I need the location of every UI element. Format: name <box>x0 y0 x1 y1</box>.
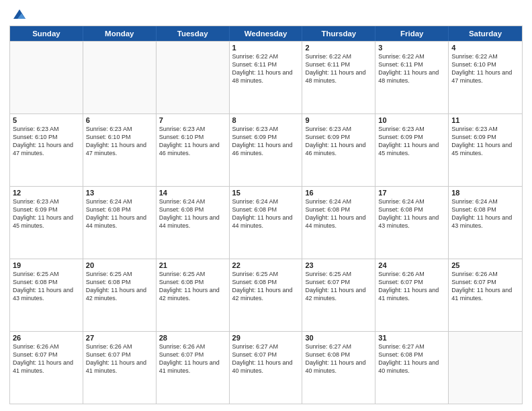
cell-info: Sunrise: 6:25 AM Sunset: 6:08 PM Dayligh… <box>86 270 153 303</box>
calendar-cell: 13Sunrise: 6:24 AM Sunset: 6:08 PM Dayli… <box>83 187 157 259</box>
day-number: 15 <box>232 189 300 197</box>
cell-info: Sunrise: 6:23 AM Sunset: 6:09 PM Dayligh… <box>13 197 80 230</box>
calendar-cell: 30Sunrise: 6:27 AM Sunset: 6:08 PM Dayli… <box>302 332 375 404</box>
cell-info: Sunrise: 6:24 AM Sunset: 6:08 PM Dayligh… <box>305 197 372 230</box>
calendar-cell: 3Sunrise: 6:22 AM Sunset: 6:11 PM Daylig… <box>375 42 449 113</box>
calendar-cell: 26Sunrise: 6:26 AM Sunset: 6:07 PM Dayli… <box>10 332 83 404</box>
day-number: 20 <box>86 261 153 269</box>
day-number: 30 <box>305 334 372 342</box>
logo <box>9 7 27 21</box>
day-number: 28 <box>159 334 226 342</box>
day-number: 5 <box>13 116 80 124</box>
day-number: 8 <box>232 116 300 124</box>
day-number: 9 <box>305 116 372 124</box>
calendar-cell: 1Sunrise: 6:22 AM Sunset: 6:11 PM Daylig… <box>230 42 303 113</box>
day-number: 18 <box>451 189 519 197</box>
logo-icon <box>12 7 27 21</box>
calendar-cell: 27Sunrise: 6:26 AM Sunset: 6:07 PM Dayli… <box>83 332 157 404</box>
cell-info: Sunrise: 6:25 AM Sunset: 6:08 PM Dayligh… <box>159 270 226 303</box>
calendar-week: 5Sunrise: 6:23 AM Sunset: 6:10 PM Daylig… <box>10 113 522 186</box>
day-number: 12 <box>13 189 80 197</box>
calendar-cell: 2Sunrise: 6:22 AM Sunset: 6:11 PM Daylig… <box>302 42 375 113</box>
cell-info: Sunrise: 6:23 AM Sunset: 6:10 PM Dayligh… <box>86 125 153 158</box>
calendar-cell: 19Sunrise: 6:25 AM Sunset: 6:08 PM Dayli… <box>10 259 83 331</box>
calendar: SundayMondayTuesdayWednesdayThursdayFrid… <box>9 26 523 404</box>
cell-info: Sunrise: 6:25 AM Sunset: 6:07 PM Dayligh… <box>305 270 372 303</box>
calendar-header-cell: Sunday <box>10 26 83 41</box>
calendar-cell: 31Sunrise: 6:27 AM Sunset: 6:08 PM Dayli… <box>375 332 449 404</box>
calendar-cell: 29Sunrise: 6:27 AM Sunset: 6:07 PM Dayli… <box>230 332 303 404</box>
cell-info: Sunrise: 6:23 AM Sunset: 6:10 PM Dayligh… <box>13 125 80 158</box>
calendar-cell: 18Sunrise: 6:24 AM Sunset: 6:08 PM Dayli… <box>449 187 522 259</box>
calendar-cell: 10Sunrise: 6:23 AM Sunset: 6:09 PM Dayli… <box>375 114 449 186</box>
calendar-week: 26Sunrise: 6:26 AM Sunset: 6:07 PM Dayli… <box>10 331 522 404</box>
cell-info: Sunrise: 6:25 AM Sunset: 6:08 PM Dayligh… <box>232 270 300 303</box>
day-number: 13 <box>86 189 153 197</box>
day-number: 17 <box>378 189 445 197</box>
day-number: 29 <box>232 334 300 342</box>
cell-info: Sunrise: 6:24 AM Sunset: 6:08 PM Dayligh… <box>159 197 226 230</box>
cell-info: Sunrise: 6:26 AM Sunset: 6:07 PM Dayligh… <box>159 342 226 375</box>
calendar-header-cell: Friday <box>375 26 449 41</box>
calendar-cell: 23Sunrise: 6:25 AM Sunset: 6:07 PM Dayli… <box>302 259 375 331</box>
calendar-cell: 21Sunrise: 6:25 AM Sunset: 6:08 PM Dayli… <box>157 259 230 331</box>
day-number: 14 <box>159 189 226 197</box>
calendar-cell: 7Sunrise: 6:23 AM Sunset: 6:10 PM Daylig… <box>157 114 230 186</box>
calendar-cell: 28Sunrise: 6:26 AM Sunset: 6:07 PM Dayli… <box>157 332 230 404</box>
calendar-cell: 11Sunrise: 6:23 AM Sunset: 6:09 PM Dayli… <box>449 114 522 186</box>
calendar-cell <box>449 332 522 404</box>
calendar-cell: 9Sunrise: 6:23 AM Sunset: 6:09 PM Daylig… <box>302 114 375 186</box>
cell-info: Sunrise: 6:24 AM Sunset: 6:08 PM Dayligh… <box>232 197 300 230</box>
day-number: 24 <box>378 261 445 269</box>
day-number: 25 <box>451 261 519 269</box>
page: SundayMondayTuesdayWednesdayThursdayFrid… <box>0 0 532 411</box>
calendar-cell: 16Sunrise: 6:24 AM Sunset: 6:08 PM Dayli… <box>302 187 375 259</box>
calendar-cell <box>10 42 83 113</box>
day-number: 22 <box>232 261 300 269</box>
cell-info: Sunrise: 6:22 AM Sunset: 6:11 PM Dayligh… <box>305 52 372 85</box>
cell-info: Sunrise: 6:25 AM Sunset: 6:08 PM Dayligh… <box>13 270 80 303</box>
cell-info: Sunrise: 6:26 AM Sunset: 6:07 PM Dayligh… <box>378 270 445 303</box>
cell-info: Sunrise: 6:27 AM Sunset: 6:08 PM Dayligh… <box>305 342 372 375</box>
calendar-week: 12Sunrise: 6:23 AM Sunset: 6:09 PM Dayli… <box>10 186 522 259</box>
cell-info: Sunrise: 6:23 AM Sunset: 6:09 PM Dayligh… <box>305 125 372 158</box>
day-number: 19 <box>13 261 80 269</box>
calendar-cell: 5Sunrise: 6:23 AM Sunset: 6:10 PM Daylig… <box>10 114 83 186</box>
cell-info: Sunrise: 6:23 AM Sunset: 6:09 PM Dayligh… <box>451 125 519 158</box>
day-number: 3 <box>378 44 445 52</box>
cell-info: Sunrise: 6:26 AM Sunset: 6:07 PM Dayligh… <box>13 342 80 375</box>
cell-info: Sunrise: 6:24 AM Sunset: 6:08 PM Dayligh… <box>378 197 445 230</box>
calendar-header-cell: Thursday <box>302 26 375 41</box>
calendar-header-cell: Wednesday <box>230 26 303 41</box>
cell-info: Sunrise: 6:24 AM Sunset: 6:08 PM Dayligh… <box>451 197 519 230</box>
day-number: 21 <box>159 261 226 269</box>
calendar-cell <box>83 42 157 113</box>
calendar-cell: 22Sunrise: 6:25 AM Sunset: 6:08 PM Dayli… <box>230 259 303 331</box>
calendar-cell: 12Sunrise: 6:23 AM Sunset: 6:09 PM Dayli… <box>10 187 83 259</box>
calendar-cell: 17Sunrise: 6:24 AM Sunset: 6:08 PM Dayli… <box>375 187 449 259</box>
day-number: 26 <box>13 334 80 342</box>
calendar-header-cell: Monday <box>83 26 157 41</box>
header <box>9 7 523 21</box>
day-number: 2 <box>305 44 372 52</box>
cell-info: Sunrise: 6:22 AM Sunset: 6:11 PM Dayligh… <box>378 52 445 85</box>
cell-info: Sunrise: 6:27 AM Sunset: 6:08 PM Dayligh… <box>378 342 445 375</box>
calendar-cell: 25Sunrise: 6:26 AM Sunset: 6:07 PM Dayli… <box>449 259 522 331</box>
calendar-header: SundayMondayTuesdayWednesdayThursdayFrid… <box>10 26 522 41</box>
day-number: 23 <box>305 261 372 269</box>
day-number: 4 <box>451 44 519 52</box>
calendar-week: 19Sunrise: 6:25 AM Sunset: 6:08 PM Dayli… <box>10 259 522 331</box>
calendar-cell: 8Sunrise: 6:23 AM Sunset: 6:09 PM Daylig… <box>230 114 303 186</box>
calendar-cell: 6Sunrise: 6:23 AM Sunset: 6:10 PM Daylig… <box>83 114 157 186</box>
day-number: 16 <box>305 189 372 197</box>
day-number: 6 <box>86 116 153 124</box>
cell-info: Sunrise: 6:27 AM Sunset: 6:07 PM Dayligh… <box>232 342 300 375</box>
cell-info: Sunrise: 6:23 AM Sunset: 6:09 PM Dayligh… <box>378 125 445 158</box>
calendar-cell: 15Sunrise: 6:24 AM Sunset: 6:08 PM Dayli… <box>230 187 303 259</box>
calendar-cell <box>157 42 230 113</box>
calendar-week: 1Sunrise: 6:22 AM Sunset: 6:11 PM Daylig… <box>10 41 522 113</box>
calendar-cell: 20Sunrise: 6:25 AM Sunset: 6:08 PM Dayli… <box>83 259 157 331</box>
day-number: 31 <box>378 334 445 342</box>
cell-info: Sunrise: 6:23 AM Sunset: 6:10 PM Dayligh… <box>159 125 226 158</box>
day-number: 27 <box>86 334 153 342</box>
